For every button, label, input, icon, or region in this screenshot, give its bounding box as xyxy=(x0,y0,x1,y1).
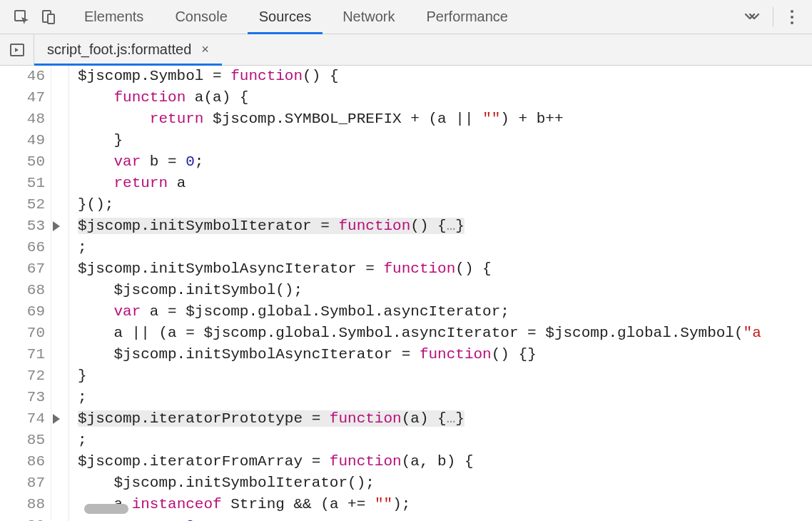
code-token: $jscomp.Symbol = xyxy=(78,68,230,84)
code-token: return xyxy=(113,175,168,191)
navigator-toggle-icon[interactable] xyxy=(0,34,34,65)
code-token: $jscomp.initSymbolAsyncIterator = xyxy=(78,260,383,277)
fold-ellipsis[interactable]: … xyxy=(447,410,456,427)
line-number: 52 xyxy=(0,194,45,216)
menu-icon[interactable] xyxy=(786,10,798,24)
code-line[interactable]: $jscomp.initSymbolIterator(); xyxy=(78,472,812,494)
code-token: ) + b++ xyxy=(500,111,563,127)
panel-tab-console[interactable]: Console xyxy=(159,0,243,34)
code-token: "" xyxy=(482,111,500,127)
code-token: $jscomp.initSymbolAsyncIterator = xyxy=(78,346,420,363)
code-line[interactable]: return a xyxy=(78,173,812,194)
code-token: String && (a += xyxy=(222,496,375,512)
line-number: 68 xyxy=(0,280,45,301)
code-line[interactable]: ; xyxy=(78,387,812,408)
code-line[interactable]: a instanceof String && (a += ""); xyxy=(78,494,812,515)
code-token xyxy=(78,303,113,320)
code-token: () { xyxy=(410,218,446,234)
code-token: (a, b) { xyxy=(402,453,474,470)
code-line[interactable]: $jscomp.initSymbolAsyncIterator = functi… xyxy=(78,258,812,280)
code-token: $jscomp.initSymbolIterator = xyxy=(78,218,338,234)
code-token: ; xyxy=(195,153,204,170)
line-number: 87 xyxy=(0,472,45,494)
code-editor[interactable]: 4647484950515253666768697071727374858687… xyxy=(0,66,812,521)
code-token xyxy=(78,517,113,521)
line-number: 71 xyxy=(0,344,45,365)
line-number: 66 xyxy=(0,237,45,258)
toolbar-icons-left xyxy=(0,9,68,26)
code-token: ; xyxy=(78,389,87,405)
more-tabs-icon[interactable] xyxy=(744,11,760,24)
inspect-element-icon[interactable] xyxy=(13,9,30,26)
svg-marker-4 xyxy=(15,48,19,52)
fold-toggle-icon[interactable] xyxy=(53,414,60,424)
panel-tabs: ElementsConsoleSourcesNetworkPerformance xyxy=(68,0,730,34)
panel-tab-performance[interactable]: Performance xyxy=(411,0,524,34)
code-lines[interactable]: $jscomp.Symbol = function() { function a… xyxy=(69,66,812,521)
code-line[interactable]: ; xyxy=(78,430,812,451)
code-line[interactable]: $jscomp.initSymbolAsyncIterator = functi… xyxy=(78,344,812,365)
code-token: } xyxy=(78,368,87,384)
code-token: a = $jscomp.global.Symbol.asyncIterator; xyxy=(141,303,509,320)
code-token: function xyxy=(230,68,303,84)
code-token: instanceof xyxy=(132,496,222,512)
line-number: 47 xyxy=(0,87,45,108)
code-token xyxy=(78,89,113,106)
code-line[interactable]: }(); xyxy=(78,194,812,216)
code-line[interactable]: a || (a = $jscomp.global.Symbol.asyncIte… xyxy=(78,323,812,344)
code-line[interactable]: var c = 0 xyxy=(78,515,812,521)
code-token: } xyxy=(455,218,465,234)
code-line[interactable]: } xyxy=(78,365,812,387)
panel-tab-sources[interactable]: Sources xyxy=(243,0,327,34)
toolbar-right xyxy=(730,7,812,27)
code-token: a(a) { xyxy=(186,89,248,106)
code-token: var xyxy=(113,153,141,170)
line-number: 46 xyxy=(0,66,45,87)
code-token: function xyxy=(383,260,455,277)
code-line[interactable]: } xyxy=(78,130,812,151)
fold-toggle-icon[interactable] xyxy=(53,221,60,231)
code-token: () {} xyxy=(492,346,537,363)
line-number: 86 xyxy=(0,451,45,472)
code-line[interactable]: var b = 0; xyxy=(78,151,812,173)
panel-tab-elements[interactable]: Elements xyxy=(68,0,159,34)
code-token: $jscomp.initSymbol(); xyxy=(78,282,303,298)
code-token: $jscomp.iteratorPrototype = xyxy=(78,410,330,427)
code-token: "a xyxy=(744,325,761,341)
code-token: $jscomp.SYMBOL_PREFIX + (a || xyxy=(203,111,482,127)
svg-rect-2 xyxy=(48,14,54,24)
close-tab-icon[interactable]: × xyxy=(198,42,212,57)
file-tab-bar: script_foot.js:formatted × xyxy=(0,34,812,66)
code-token: ); xyxy=(392,496,410,512)
code-line[interactable]: $jscomp.initSymbol(); xyxy=(78,280,812,301)
fold-ellipsis[interactable]: … xyxy=(447,218,456,234)
horizontal-scrollbar-thumb[interactable] xyxy=(84,504,128,514)
code-token: 0 xyxy=(186,517,195,521)
code-line[interactable]: $jscomp.initSymbolIterator = function() … xyxy=(78,216,812,237)
code-token: return xyxy=(150,111,204,127)
code-line[interactable]: $jscomp.iteratorPrototype = function(a) … xyxy=(78,408,812,430)
line-number: 53 xyxy=(0,216,45,237)
devtools-toolbar: ElementsConsoleSourcesNetworkPerformance xyxy=(0,0,812,34)
code-line[interactable]: function a(a) { xyxy=(78,87,812,108)
code-line[interactable]: ; xyxy=(78,237,812,258)
line-number: 51 xyxy=(0,173,45,194)
code-token: ; xyxy=(78,239,87,256)
code-token: function xyxy=(338,218,410,234)
code-token: $jscomp.iteratorFromArray = xyxy=(78,453,330,470)
line-number: 50 xyxy=(0,151,45,173)
code-token: }(); xyxy=(78,196,113,213)
code-line[interactable]: $jscomp.Symbol = function() { xyxy=(78,66,812,87)
fold-gutter xyxy=(51,66,68,521)
device-toolbar-icon[interactable] xyxy=(40,9,57,26)
code-token: } xyxy=(78,132,123,148)
file-tab[interactable]: script_foot.js:formatted × xyxy=(34,34,222,65)
code-line[interactable]: var a = $jscomp.global.Symbol.asyncItera… xyxy=(78,301,812,323)
line-number: 85 xyxy=(0,430,45,451)
line-number: 89 xyxy=(0,515,45,521)
line-number: 72 xyxy=(0,365,45,387)
code-token: c = xyxy=(141,517,186,521)
code-line[interactable]: return $jscomp.SYMBOL_PREFIX + (a || "")… xyxy=(78,108,812,130)
code-line[interactable]: $jscomp.iteratorFromArray = function(a, … xyxy=(78,451,812,472)
panel-tab-network[interactable]: Network xyxy=(327,0,410,34)
